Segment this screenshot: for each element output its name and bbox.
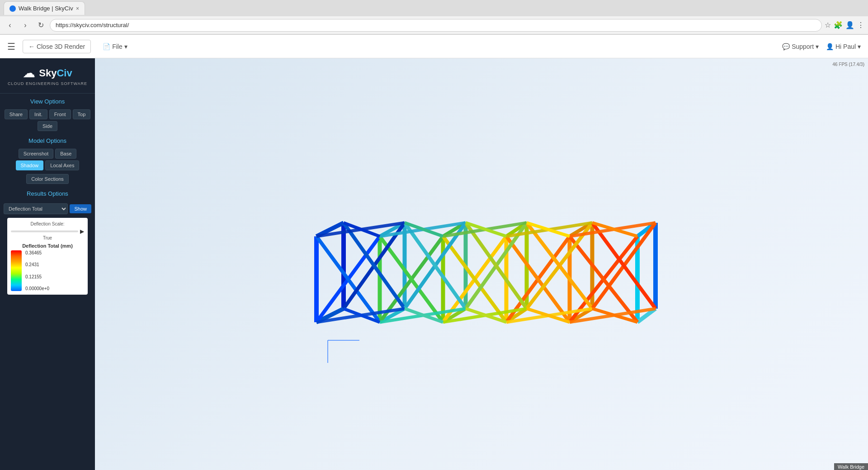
logo-subtitle: CLOUD ENGINEERING SOFTWARE [8, 81, 87, 86]
results-section: Deflection Total Deflection X Deflection… [0, 200, 95, 298]
back-button[interactable]: ‹ [4, 19, 16, 32]
sidebar-logo: ☁ SkyCiv CLOUD ENGINEERING SOFTWARE [0, 58, 95, 94]
bookmark-icon[interactable]: ☆ [825, 21, 831, 29]
logo-text: SkyCiv [39, 67, 72, 79]
color-sections-row: Color Sections [0, 172, 95, 186]
logo-image: ☁ SkyCiv [23, 66, 72, 80]
refresh-button[interactable]: ↻ [34, 19, 47, 32]
support-label: 💬 Support ▾ [782, 43, 819, 50]
view-init-button[interactable]: Init. [29, 109, 47, 119]
browser-menu-icon[interactable]: ⋮ [857, 21, 864, 29]
deflection-unit-title: Deflection Total (mm) [11, 243, 84, 249]
local-axes-button[interactable]: Local Axes [45, 160, 79, 170]
file-menu-button[interactable]: 📄 File ▾ [98, 40, 132, 53]
app-header: ☰ ← Close 3D Render 📄 File ▾ 💬 Support ▾… [0, 35, 868, 58]
close-3d-label: ← Close 3D Render [28, 43, 85, 50]
file-label: 📄 File ▾ [103, 43, 127, 50]
browser-chrome: Walk Bridge | SkyCiv × ‹ › ↻ https://sky… [0, 0, 868, 35]
view-top-button[interactable]: Top [73, 109, 91, 119]
color-scale-container: 0.36465 0.2431 0.12155 0.00000e+0 [11, 250, 84, 291]
deflection-scale-box: Deflection Scale: ▶ True Deflection Tota… [7, 218, 88, 295]
deflection-scale-slider[interactable] [11, 230, 78, 232]
view-side-button[interactable]: Side [38, 121, 57, 131]
color-sections-button[interactable]: Color Sections [26, 174, 69, 184]
scale-slider-row: ▶ [11, 228, 84, 235]
view-options-buttons: Share Init. Front Top Side [0, 108, 95, 133]
model-options-buttons: Screenshot Base Shadow Local Axes [0, 147, 95, 172]
deflection-select[interactable]: Deflection Total Deflection X Deflection… [4, 203, 68, 214]
scale-value-min: 0.00000e+0 [25, 286, 49, 291]
user-label: 👤 Hi Paul ▾ [826, 43, 861, 50]
tab-favicon [9, 5, 16, 12]
browser-tabs: Walk Bridge | SkyCiv × [0, 0, 868, 16]
view-share-button[interactable]: Share [5, 109, 28, 119]
view-front-button[interactable]: Front [49, 109, 71, 119]
forward-button[interactable]: › [19, 19, 32, 32]
tab-title: Walk Bridge | SkyCiv [19, 5, 73, 12]
fps-display: 46 FPS (17.4/3) [832, 62, 864, 67]
model-options-title: Model Options [0, 133, 95, 147]
results-options-title: Results Options [0, 186, 95, 200]
sidebar: ☁ SkyCiv CLOUD ENGINEERING SOFTWARE View… [0, 58, 95, 470]
show-button[interactable]: Show [70, 204, 91, 213]
address-bar[interactable]: https://skyciv.com/structural/ [50, 19, 822, 32]
view-options-title: View Options [0, 94, 95, 108]
tab-close-button[interactable]: × [76, 5, 79, 12]
logo-cloud-icon: ☁ [23, 66, 35, 80]
bridge-svg [285, 146, 678, 372]
hamburger-icon[interactable]: ☰ [7, 41, 15, 52]
active-tab[interactable]: Walk Bridge | SkyCiv × [4, 1, 85, 15]
play-icon[interactable]: ▶ [80, 228, 84, 235]
scale-value-mid-low: 0.12155 [25, 274, 49, 279]
scale-true-label: True [11, 235, 84, 240]
bottom-status-bar: Walk Bridge [834, 463, 868, 470]
scale-value-mid-high: 0.2431 [25, 262, 49, 267]
shadow-button[interactable]: Shadow [16, 160, 44, 170]
profile-icon[interactable]: 👤 [845, 21, 854, 29]
scale-values: 0.36465 0.2431 0.12155 0.00000e+0 [25, 250, 49, 291]
viewport[interactable]: 46 FPS (17.4/3) [95, 58, 868, 470]
support-button[interactable]: 💬 Support ▾ [782, 43, 819, 50]
color-scale-bar [11, 250, 22, 291]
main-layout: ☁ SkyCiv CLOUD ENGINEERING SOFTWARE View… [0, 58, 868, 470]
scale-value-max: 0.36465 [25, 250, 49, 255]
header-right: 💬 Support ▾ 👤 Hi Paul ▾ [782, 43, 861, 50]
bridge-container [285, 146, 678, 374]
browser-nav: ‹ › ↻ https://skyciv.com/structural/ ☆ 🧩… [0, 16, 868, 34]
extensions-icon: 🧩 [834, 21, 843, 29]
url-text: https://skyciv.com/structural/ [56, 22, 129, 28]
user-menu-button[interactable]: 👤 Hi Paul ▾ [826, 43, 861, 50]
screenshot-button[interactable]: Screenshot [19, 149, 54, 159]
deflection-scale-title: Deflection Scale: [11, 221, 84, 226]
results-row: Deflection Total Deflection X Deflection… [4, 203, 91, 214]
close-3d-button[interactable]: ← Close 3D Render [23, 40, 91, 53]
base-button[interactable]: Base [55, 149, 76, 159]
bottom-label: Walk Bridge [838, 464, 864, 470]
